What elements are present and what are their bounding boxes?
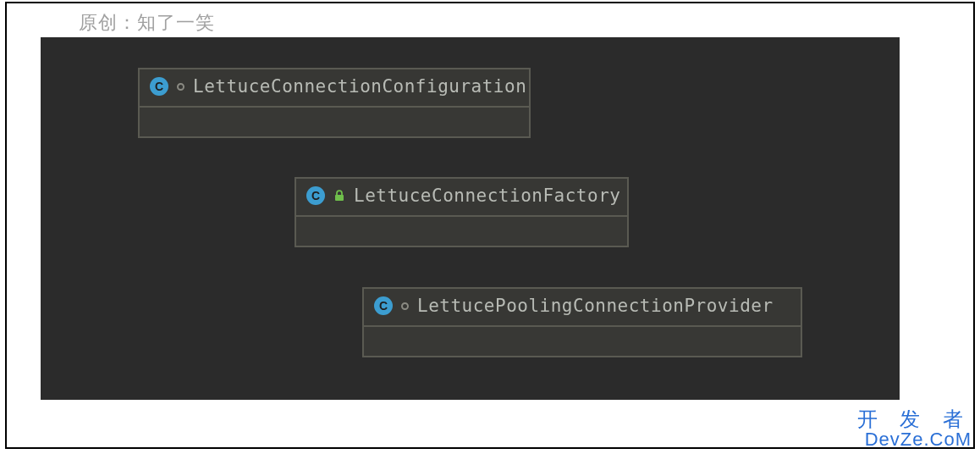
class-box-lettuce-connection-configuration: C LettuceConnectionConfiguration bbox=[138, 68, 531, 138]
class-body bbox=[296, 215, 627, 246]
class-header: C LettuceConnectionFactory bbox=[296, 179, 627, 215]
attribution-text: 原创：知了一笑 bbox=[79, 10, 215, 36]
diagram-panel: C LettuceConnectionConfiguration C Lettu… bbox=[41, 37, 900, 400]
class-name-label: LettucePoolingConnectionProvider bbox=[417, 296, 774, 316]
class-body bbox=[364, 325, 801, 356]
lock-icon bbox=[333, 190, 345, 202]
class-name-label: LettuceConnectionConfiguration bbox=[193, 76, 526, 97]
svg-rect-0 bbox=[335, 195, 344, 201]
class-box-lettuce-pooling-connection-provider: C LettucePoolingConnectionProvider bbox=[362, 287, 802, 357]
class-header: C LettucePoolingConnectionProvider bbox=[364, 289, 801, 325]
class-body bbox=[140, 106, 529, 136]
visibility-circle-icon bbox=[177, 83, 184, 91]
class-name-label: LettuceConnectionFactory bbox=[354, 185, 620, 206]
class-box-lettuce-connection-factory: C LettuceConnectionFactory bbox=[295, 177, 629, 247]
class-header: C LettuceConnectionConfiguration bbox=[140, 69, 529, 106]
outer-frame: 原创：知了一笑 C LettuceConnectionConfiguration… bbox=[5, 2, 975, 449]
visibility-circle-icon bbox=[401, 302, 409, 310]
class-icon: C bbox=[374, 296, 393, 315]
class-icon: C bbox=[150, 77, 168, 96]
class-icon: C bbox=[306, 186, 325, 205]
